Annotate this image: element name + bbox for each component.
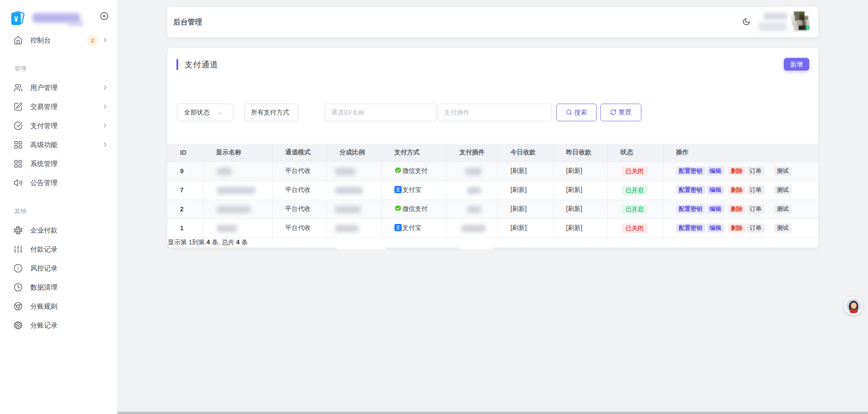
svg-text:¥: ¥ <box>14 15 18 23</box>
svg-text:支: 支 <box>395 187 401 192</box>
svg-text:支: 支 <box>395 225 401 230</box>
